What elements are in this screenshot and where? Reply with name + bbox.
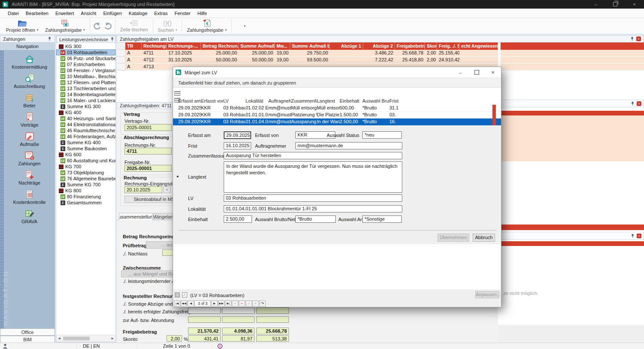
tree-item[interactable]: Summe Baukosten xyxy=(56,146,115,152)
lv-field[interactable]: 03 Rohbauarbeiten xyxy=(224,194,402,202)
column-header[interactable]: Einbehalt xyxy=(340,98,362,105)
filter-clear-button[interactable]: x xyxy=(175,292,180,297)
menu-item[interactable]: Einfügen xyxy=(100,10,125,17)
minimize-button[interactable]: – xyxy=(586,0,605,9)
nav-item-nachtraege[interactable]: Nachträge xyxy=(4,168,55,188)
tree-item[interactable]: 07 Estricharbeiten xyxy=(56,61,115,67)
filter-checkbox[interactable]: ✓ xyxy=(182,292,187,297)
table-row[interactable]: A471117.10.202525.000,0025.000,0019,0029… xyxy=(117,50,644,57)
tree-item[interactable]: 80 Finanzierung xyxy=(56,194,115,200)
tree-item[interactable]: KG 300 xyxy=(56,43,115,49)
tree-item[interactable]: Summe KG 400 xyxy=(56,140,115,146)
nav-item-aufmasse[interactable]: Aufmaße xyxy=(4,130,55,149)
nav-item-kostenkontrolle[interactable]: Kostenkontrolle xyxy=(4,188,55,207)
row-selector[interactable] xyxy=(117,57,125,64)
auftragnehmer-field[interactable]: mm@mustermann.de xyxy=(295,142,402,149)
pin-icon[interactable] xyxy=(630,234,635,238)
column-header[interactable]: Skon... xyxy=(425,42,437,50)
column-header[interactable]: Zusammenfassung xyxy=(291,98,317,105)
menu-item[interactable]: Kataloge xyxy=(125,10,151,17)
tree-horizontal-scrollbar[interactable]: ◄ ► xyxy=(56,335,115,342)
defect-row[interactable]: 29.09.2025KKR03 Rohbauarbeiten01.01.01.0… xyxy=(173,112,501,118)
nav-prev-page-button[interactable]: ◀◀ xyxy=(181,300,187,307)
bereits-field-1[interactable] xyxy=(188,307,221,314)
auswahl-art-field[interactable]: *Sonstige xyxy=(362,215,402,223)
tab-zusammenstellung[interactable]: Zusammenstellung xyxy=(119,213,152,220)
tree-item[interactable]: KG 700 xyxy=(56,164,115,170)
scroll-left-icon[interactable]: ◄ xyxy=(56,337,62,340)
nav-prev-button[interactable]: ◀ xyxy=(188,300,194,307)
nav-delete-button[interactable]: − xyxy=(239,300,245,307)
tree-item[interactable]: 16 Maler- und Lackierarbeit xyxy=(56,97,115,103)
skonto-field-3[interactable]: 513,38 xyxy=(256,335,289,342)
rechnungs-nr-field[interactable]: 4711 xyxy=(125,148,172,155)
tree-item[interactable]: Summe KG 700 xyxy=(56,182,115,188)
erfasst-am-field[interactable]: 29.09.2025 xyxy=(224,131,251,139)
restore-button[interactable] xyxy=(605,0,625,9)
tree-item[interactable]: Summe KG 300 xyxy=(56,103,115,109)
column-header[interactable]: Erfasst am xyxy=(178,98,201,105)
office-button[interactable]: Office xyxy=(0,328,55,336)
nav-post-button[interactable]: ✓ xyxy=(246,300,252,307)
close-button[interactable]: × xyxy=(625,0,644,9)
language-switch[interactable]: DE | EN xyxy=(83,343,100,349)
rundung-field-3[interactable] xyxy=(256,316,289,323)
pin-icon[interactable] xyxy=(47,36,52,41)
tree-item[interactable]: 76 Allgemeine Baunebenko xyxy=(56,176,115,182)
column-header[interactable]: Langtext xyxy=(317,98,340,105)
lokalitaet-field[interactable]: 01.01.04.01.01.001 Blockrahmentür 1-Fl 2… xyxy=(224,205,402,212)
column-header[interactable]: Abzüge 1 xyxy=(330,42,363,50)
freigabe-nr-field[interactable]: 2025-00001 xyxy=(125,165,172,172)
tree-item[interactable]: 03 Rohbauarbeiten xyxy=(56,49,115,55)
nav-item-ausschreibung[interactable]: Ausschreibung xyxy=(4,72,55,91)
scrollbar-thumb[interactable] xyxy=(63,337,90,340)
menu-item[interactable]: Bearbeiten xyxy=(22,10,52,17)
column-header[interactable]: Abzüge 2 xyxy=(363,42,395,50)
bim-button[interactable]: BIM xyxy=(0,336,55,343)
column-header[interactable]: Rechnungs-... xyxy=(167,42,201,50)
column-header[interactable]: Frist xyxy=(389,98,401,105)
apply-button[interactable]: Übernehmen xyxy=(437,234,469,242)
einbehalt-field[interactable]: 2.500,00 xyxy=(224,215,252,223)
nav-first-button[interactable]: |◀ xyxy=(174,300,180,307)
nav-insert-button[interactable]: + xyxy=(232,300,238,307)
dialog-minimize-button[interactable]: – xyxy=(452,67,468,78)
rundung-field-2[interactable] xyxy=(222,316,255,323)
column-header[interactable]: Rechnungs-N... xyxy=(142,42,167,50)
close-panel-icon[interactable]: × xyxy=(637,101,641,106)
rechnungs-eingangsdatum-field[interactable]: 20.10.2025 xyxy=(125,186,162,193)
frist-field[interactable]: 16.10.2025 xyxy=(224,142,251,149)
rundung-field-1[interactable] xyxy=(188,316,221,323)
column-header[interactable]: LV xyxy=(223,98,246,105)
menu-item[interactable]: Erweitert xyxy=(52,10,77,17)
column-header[interactable]: Lokalität xyxy=(246,98,268,105)
tree-item[interactable]: Gesamtsummen xyxy=(56,200,115,206)
tree-item[interactable]: KG 600 xyxy=(56,152,115,158)
tree-item[interactable]: 44 Elektroinstallationsarbeit xyxy=(56,121,115,127)
delete-row-button[interactable]: Zeile löschen xyxy=(117,18,152,34)
skonto-field-1[interactable]: 431,41 xyxy=(188,335,221,342)
column-header[interactable]: Auswahl Brutto/Netto xyxy=(362,98,389,105)
defect-row[interactable]: 29.09.2025KKR03 Rohbauarbeiten01.01.04.0… xyxy=(173,118,501,125)
grid-icon[interactable] xyxy=(174,91,180,96)
toolbar-overflow-button[interactable]: ▾ xyxy=(239,18,250,34)
payment-release-button[interactable]: Zahlungsfreigabe▾ xyxy=(42,18,88,34)
tree-item[interactable]: KG 800 xyxy=(56,188,115,194)
status-ring-icon[interactable] xyxy=(217,343,223,349)
tree-item[interactable]: 45 Raumlufttechnische Anla xyxy=(56,127,115,134)
column-header[interactable]: Erfasst von xyxy=(201,98,223,105)
column-header[interactable]: Mw... xyxy=(275,42,290,50)
nav-last-button[interactable]: ▶| xyxy=(225,300,231,307)
nav-next-button[interactable]: ▶ xyxy=(211,300,218,307)
column-header[interactable]: echt Angewiesen Brutto xyxy=(459,42,498,50)
nav-item-vertraege[interactable]: Verträge xyxy=(4,110,55,130)
menu-item[interactable]: Ansicht xyxy=(77,10,100,17)
payment-release-2-button[interactable]: € Zahlungsfreigabe▾ xyxy=(183,18,230,34)
tree-item[interactable]: 46 Förderanlagen, Aufzugsa xyxy=(56,134,115,140)
defect-row[interactable]: 29.09.2025KKR03 Rohbauarbeiten01.02.02 E… xyxy=(173,105,501,112)
auswahl-status-field[interactable]: *neu xyxy=(362,131,402,139)
menu-item[interactable]: Hilfe xyxy=(194,10,210,17)
adjust-button[interactable]: Anpassen... xyxy=(475,291,499,298)
menu-item[interactable]: Datei xyxy=(4,10,22,17)
nav-item-bieter[interactable]: € Bieter xyxy=(4,91,55,110)
